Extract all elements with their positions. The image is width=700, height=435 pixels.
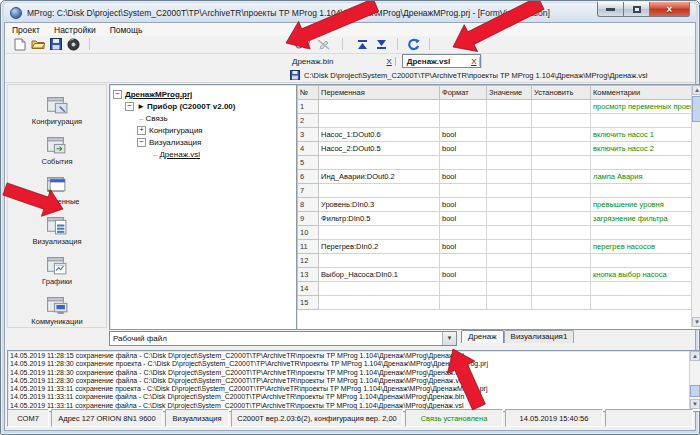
set-cell[interactable] bbox=[532, 282, 591, 296]
tree-node-vsl-file[interactable]: – Дренаж.vsl bbox=[113, 148, 296, 160]
view-variables-button[interactable] bbox=[294, 37, 311, 51]
file-tab-vsl[interactable]: Дренаж.vsl X bbox=[402, 54, 482, 68]
value-cell[interactable] bbox=[487, 254, 532, 268]
comment-cell[interactable] bbox=[591, 254, 700, 268]
edit-disabled-button[interactable] bbox=[315, 37, 332, 51]
collapse-icon[interactable]: − bbox=[137, 138, 146, 147]
value-cell[interactable] bbox=[487, 156, 532, 170]
value-cell[interactable] bbox=[487, 240, 532, 254]
maximize-button[interactable] bbox=[624, 2, 650, 17]
variable-cell[interactable]: Инд_Аварии:DOut0.2 bbox=[319, 170, 440, 184]
variable-cell[interactable]: Перегрев:DIn0.2 bbox=[319, 240, 440, 254]
comment-cell[interactable] bbox=[591, 156, 700, 170]
comment-cell[interactable]: перегрев насосов bbox=[591, 240, 700, 254]
set-cell[interactable] bbox=[532, 212, 591, 226]
value-cell[interactable] bbox=[487, 114, 532, 128]
expand-icon[interactable]: + bbox=[137, 126, 146, 135]
comment-cell[interactable] bbox=[591, 226, 700, 240]
format-cell[interactable]: bool bbox=[440, 240, 487, 254]
file-tab-bin[interactable]: Дренаж.bin X bbox=[288, 57, 396, 66]
set-cell[interactable] bbox=[532, 296, 591, 310]
variable-cell[interactable] bbox=[319, 100, 440, 114]
comment-cell[interactable]: загрязнение фильтра bbox=[591, 212, 700, 226]
value-cell[interactable] bbox=[487, 142, 532, 156]
collapse-icon[interactable]: − bbox=[113, 90, 122, 99]
format-cell[interactable] bbox=[440, 282, 487, 296]
tree-node-visualization[interactable]: − Визуализация bbox=[113, 136, 296, 148]
tree-node-device[interactable]: − ► Прибор (C2000T v2.00) bbox=[113, 100, 296, 112]
minimize-button[interactable] bbox=[597, 2, 624, 17]
set-cell[interactable] bbox=[532, 142, 591, 156]
sidebar-item-0[interactable]: Конфигурация bbox=[32, 95, 82, 126]
collapse-icon[interactable]: − bbox=[125, 102, 134, 111]
comment-cell[interactable]: включить насос 2 bbox=[591, 142, 700, 156]
set-cell[interactable] bbox=[532, 240, 591, 254]
format-cell[interactable] bbox=[440, 100, 487, 114]
file-tab-bin-close[interactable]: X bbox=[383, 57, 395, 66]
comment-cell[interactable] bbox=[591, 282, 700, 296]
variable-cell[interactable]: Уровень:DIn0.3 bbox=[319, 198, 440, 212]
variable-cell[interactable]: Фильтр:DIn0.5 bbox=[319, 212, 440, 226]
tree-node-link[interactable]: – Связь bbox=[113, 112, 296, 124]
variable-cell[interactable] bbox=[319, 184, 440, 198]
file-tab-vsl-close[interactable]: X bbox=[468, 57, 480, 66]
move-bottom-button[interactable] bbox=[373, 37, 390, 51]
value-cell[interactable] bbox=[487, 282, 532, 296]
menu-item-2[interactable]: Помощь bbox=[110, 25, 143, 35]
format-cell[interactable] bbox=[440, 156, 487, 170]
format-cell[interactable]: bool bbox=[440, 142, 487, 156]
sidebar-item-2[interactable]: Переменные bbox=[34, 175, 79, 206]
scroll-up-icon[interactable]: ▲ bbox=[690, 351, 700, 361]
sidebar-item-5[interactable]: Коммуникации bbox=[31, 295, 82, 326]
menu-item-0[interactable]: Проект bbox=[12, 25, 40, 35]
variable-cell[interactable]: Выбор_Насоса:DIn0.1 bbox=[319, 268, 440, 282]
variable-cell[interactable]: Насос_1:DOut0.6 bbox=[319, 128, 440, 142]
set-cell[interactable] bbox=[532, 156, 591, 170]
set-cell[interactable] bbox=[532, 268, 591, 282]
value-cell[interactable] bbox=[487, 296, 532, 310]
format-cell[interactable]: bool bbox=[440, 212, 487, 226]
comment-cell[interactable]: включить насос 1 bbox=[591, 128, 700, 142]
format-cell[interactable] bbox=[440, 254, 487, 268]
set-cell[interactable] bbox=[532, 128, 591, 142]
tree-node-project[interactable]: − ДренажMProg.prj bbox=[113, 88, 296, 100]
value-cell[interactable] bbox=[487, 226, 532, 240]
comment-cell[interactable]: лампа Авария bbox=[591, 170, 700, 184]
open-file-button[interactable] bbox=[29, 37, 46, 51]
project-build-button[interactable] bbox=[65, 37, 82, 51]
tree-node-configuration[interactable]: + Конфигурация bbox=[113, 124, 296, 136]
format-cell[interactable]: bool bbox=[440, 170, 487, 184]
scroll-thumb[interactable] bbox=[692, 96, 700, 122]
format-cell[interactable]: bool bbox=[440, 198, 487, 212]
variable-cell[interactable] bbox=[319, 226, 440, 240]
scroll-up-icon[interactable]: ▲ bbox=[692, 85, 700, 95]
variable-cell[interactable] bbox=[319, 254, 440, 268]
format-cell[interactable] bbox=[440, 296, 487, 310]
value-cell[interactable] bbox=[487, 268, 532, 282]
variable-cell[interactable] bbox=[319, 296, 440, 310]
comment-cell[interactable] bbox=[591, 114, 700, 128]
value-cell[interactable] bbox=[487, 184, 532, 198]
value-cell[interactable] bbox=[487, 198, 532, 212]
format-cell[interactable] bbox=[440, 226, 487, 240]
format-cell[interactable]: bool bbox=[440, 268, 487, 282]
comment-cell[interactable]: превышение уровня bbox=[591, 198, 700, 212]
comment-cell[interactable] bbox=[591, 296, 700, 310]
menu-item-1[interactable]: Настройки bbox=[54, 25, 96, 35]
variable-cell[interactable] bbox=[319, 156, 440, 170]
set-cell[interactable] bbox=[532, 254, 591, 268]
set-cell[interactable] bbox=[532, 114, 591, 128]
save-button[interactable] bbox=[47, 37, 64, 51]
set-cell[interactable] bbox=[532, 184, 591, 198]
log-scrollbar[interactable]: ▲ ▼ bbox=[689, 351, 700, 409]
value-cell[interactable] bbox=[487, 170, 532, 184]
scroll-thumb[interactable] bbox=[690, 385, 700, 397]
value-cell[interactable] bbox=[487, 100, 532, 114]
format-cell[interactable]: bool bbox=[440, 128, 487, 142]
sidebar-item-3[interactable]: Визуализация bbox=[32, 215, 81, 246]
format-cell[interactable] bbox=[440, 184, 487, 198]
value-cell[interactable] bbox=[487, 128, 532, 142]
refresh-button[interactable] bbox=[405, 37, 422, 51]
variable-cell[interactable] bbox=[319, 282, 440, 296]
workfile-combobox[interactable]: Рабочий файл ▼ bbox=[109, 331, 457, 346]
